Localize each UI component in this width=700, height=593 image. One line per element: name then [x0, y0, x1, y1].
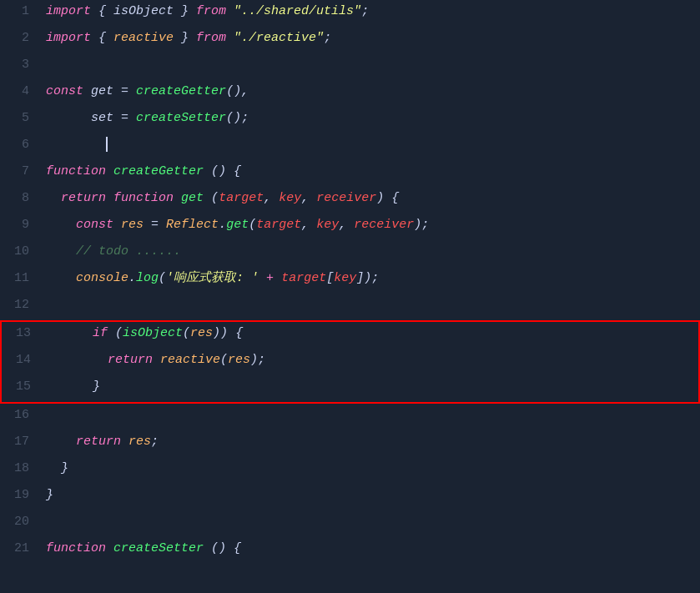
line-number-14: 14: [2, 350, 48, 370]
line-number-12: 12: [0, 295, 46, 315]
code-line-18: 18 }: [0, 457, 700, 484]
line-number-8: 8: [0, 188, 46, 209]
code-line-3: 3: [0, 53, 700, 80]
line-number-6: 6: [0, 135, 46, 155]
code-line-5: 5 set = createSetter();: [0, 107, 700, 133]
line-number-13: 13: [2, 324, 48, 344]
highlighted-block: 13 if (isObject(res)) { 14 return reacti…: [0, 320, 700, 404]
code-line-2: 2 import { reactive } from "./reactive";: [0, 27, 700, 53]
line-content-14: return reactive(res);: [48, 350, 698, 370]
code-line-19: 19 }: [0, 484, 700, 510]
line-number-15: 15: [2, 377, 48, 397]
code-editor: 1 import { isObject } from "../shared/ut…: [0, 0, 700, 593]
line-content-21: function createSetter () {: [46, 539, 700, 559]
line-number-20: 20: [0, 512, 46, 532]
code-line-7: 7 function createGetter () {: [0, 160, 700, 187]
line-content-20: [46, 512, 700, 532]
line-number-3: 3: [0, 55, 46, 75]
line-content-15: }: [48, 377, 698, 397]
line-number-4: 4: [0, 82, 46, 102]
code-line-8: 8 return function get (target, key, rece…: [0, 187, 700, 214]
code-line-4: 4 const get = createGetter(),: [0, 80, 700, 107]
line-content-7: function createGetter () {: [46, 162, 700, 182]
line-number-2: 2: [0, 28, 46, 48]
line-number-19: 19: [0, 485, 46, 505]
code-line-11: 11 console.log('响应式获取: ' + target[key]);: [0, 267, 700, 294]
line-content-3: [46, 55, 700, 75]
line-number-17: 17: [0, 432, 46, 452]
line-number-9: 9: [0, 215, 46, 235]
code-line-13: 13 if (isObject(res)) {: [2, 322, 698, 349]
line-content-4: const get = createGetter(),: [46, 82, 700, 102]
code-line-21: 21 function createSetter () {: [0, 537, 700, 564]
line-content-5: set = createSetter();: [46, 108, 700, 128]
line-number-7: 7: [0, 162, 46, 182]
code-line-16: 16: [0, 404, 700, 430]
line-number-5: 5: [0, 108, 46, 128]
line-number-11: 11: [0, 269, 46, 289]
line-content-12: [46, 295, 700, 315]
line-content-8: return function get (target, key, receiv…: [46, 188, 700, 209]
code-line-12: 12: [0, 294, 700, 320]
line-content-2: import { reactive } from "./reactive";: [46, 28, 700, 48]
line-number-21: 21: [0, 539, 46, 559]
line-content-19: }: [46, 485, 700, 505]
line-number-16: 16: [0, 405, 46, 425]
line-content-6: [46, 135, 700, 155]
line-content-16: [46, 405, 700, 425]
code-line-15: 15 }: [2, 375, 698, 402]
code-line-10: 10 // todo ......: [0, 240, 700, 267]
line-content-1: import { isObject } from "../shared/util…: [46, 2, 700, 22]
line-content-9: const res = Reflect.get(target, key, rec…: [46, 215, 700, 235]
code-line-6: 6: [0, 133, 700, 160]
code-line-1: 1 import { isObject } from "../shared/ut…: [0, 0, 700, 27]
code-line-17: 17 return res;: [0, 430, 700, 457]
code-line-20: 20: [0, 510, 700, 537]
line-content-13: if (isObject(res)) {: [48, 324, 698, 344]
line-number-10: 10: [0, 242, 46, 262]
line-content-10: // todo ......: [46, 242, 700, 262]
line-content-18: }: [46, 459, 700, 479]
line-number-1: 1: [0, 2, 46, 22]
line-number-18: 18: [0, 459, 46, 479]
text-cursor: [106, 137, 108, 152]
code-line-14: 14 return reactive(res);: [2, 349, 698, 375]
code-line-9: 9 const res = Reflect.get(target, key, r…: [0, 214, 700, 240]
line-content-11: console.log('响应式获取: ' + target[key]);: [46, 269, 700, 289]
line-content-17: return res;: [46, 432, 700, 452]
